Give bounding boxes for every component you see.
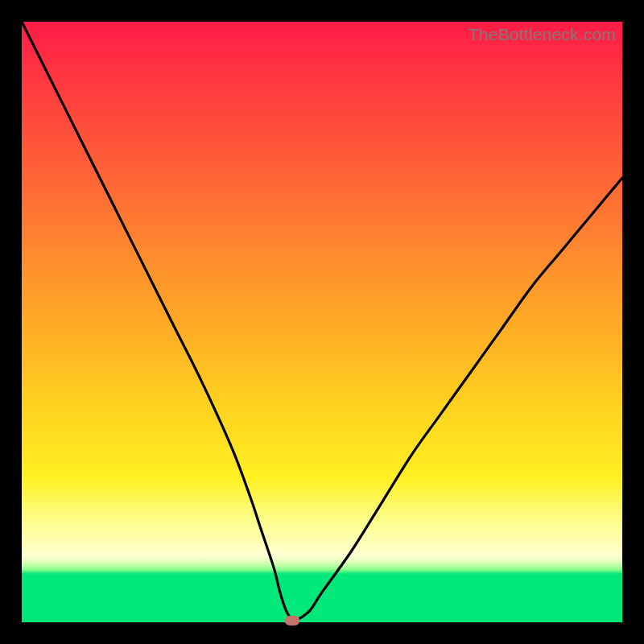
chart-frame: TheBottleneck.com <box>0 0 644 644</box>
bottleneck-curve <box>22 22 622 622</box>
optimal-point-marker <box>285 616 299 625</box>
plot-area: TheBottleneck.com <box>22 22 622 622</box>
watermark-text: TheBottleneck.com <box>469 25 616 44</box>
